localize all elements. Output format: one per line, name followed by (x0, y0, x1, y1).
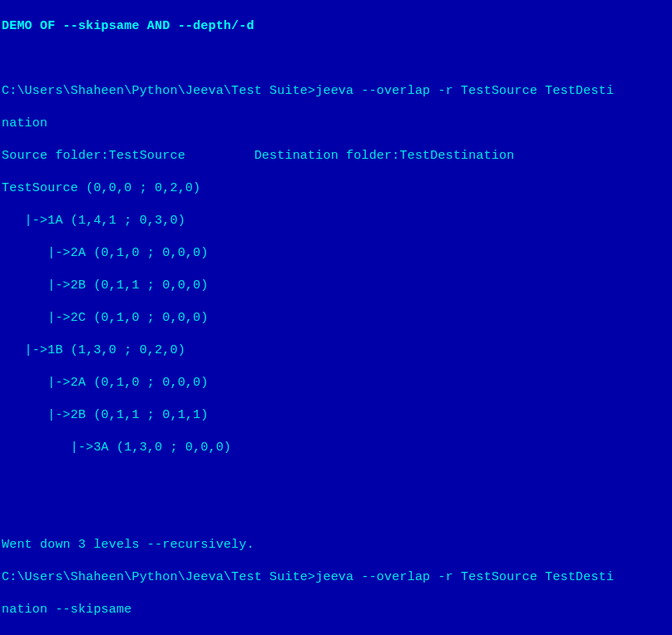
command-line-2: C:\Users\Shaheen\Python\Jeeva\Test Suite… (2, 570, 614, 584)
tree-node: |->2A (0,1,0 ; 0,0,0) (2, 246, 208, 260)
tree-node: |->2C (0,1,0 ; 0,0,0) (2, 311, 208, 325)
recursion-summary-1: Went down 3 levels --recursively. (2, 538, 254, 552)
command-line-1: C:\Users\Shaheen\Python\Jeeva\Test Suite… (2, 84, 614, 98)
command-wrap-2: nation --skipsame (2, 603, 131, 617)
tree-node: |->2B (0,1,1 ; 0,1,1) (2, 408, 208, 422)
tree-node: |->1A (1,4,1 ; 0,3,0) (2, 214, 185, 228)
tree-root-1: TestSource (0,0,0 ; 0,2,0) (2, 181, 200, 195)
tree-node: |->1B (1,3,0 ; 0,2,0) (2, 343, 185, 357)
terminal-output[interactable]: DEMO OF --skipsame AND --depth/-d C:\Use… (0, 0, 672, 635)
tree-node: |->2B (0,1,1 ; 0,0,0) (2, 278, 208, 293)
demo-title: DEMO OF --skipsame AND --depth/-d (2, 19, 254, 33)
tree-node: |->2A (0,1,0 ; 0,0,0) (2, 376, 208, 390)
tree-node: |->3A (1,3,0 ; 0,0,0) (2, 441, 231, 455)
folder-info-1: Source folder:TestSource Destination fol… (2, 149, 515, 163)
command-wrap-1: nation (2, 116, 47, 130)
